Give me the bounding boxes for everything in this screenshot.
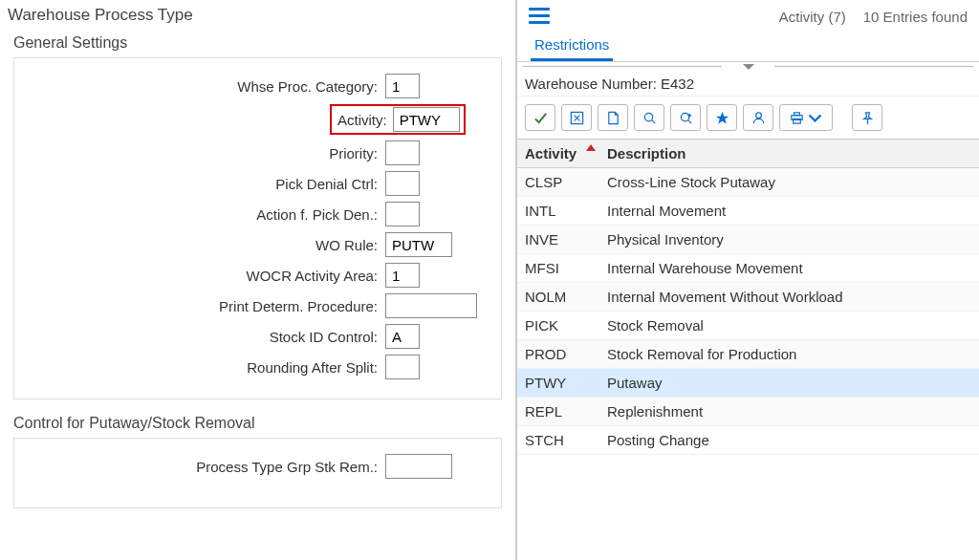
- value-help-panel: Activity (7) 10 Entries found Restrictio…: [516, 0, 979, 560]
- find-next-button[interactable]: [670, 104, 701, 131]
- cell-activity-code: STCH: [525, 432, 607, 448]
- cell-description: Stock Removal for Production: [607, 346, 971, 362]
- warehouse-number-label: Warehouse Number:: [525, 75, 657, 92]
- table-row[interactable]: REPLReplenishment: [517, 398, 979, 426]
- favorites-button[interactable]: [707, 104, 737, 131]
- table-row[interactable]: STCHPosting Change: [517, 426, 979, 455]
- svg-marker-9: [715, 111, 728, 123]
- cell-description: Posting Change: [607, 432, 971, 448]
- cell-activity-code: INTL: [525, 203, 607, 219]
- column-header-activity[interactable]: Activity: [525, 145, 607, 162]
- cell-description: Internal Movement Without Workload: [607, 289, 971, 305]
- table-row[interactable]: PICKStock Removal: [517, 312, 979, 340]
- value-help-table-header: Activity Description: [517, 139, 979, 168]
- tab-restrictions[interactable]: Restrictions: [531, 31, 613, 61]
- warehouse-number-value: E432: [661, 75, 694, 92]
- process-type-grp-input[interactable]: [385, 454, 452, 479]
- wo-rule-input[interactable]: [385, 232, 452, 257]
- rounding-after-split-input[interactable]: [385, 355, 420, 379]
- table-row[interactable]: INVEPhysical Inventory: [517, 226, 979, 254]
- wocr-activity-area-input[interactable]: [385, 263, 420, 288]
- cell-activity-code: NOLM: [525, 289, 607, 305]
- general-settings-box: Whse Proc. Category: Activity: Priority:…: [13, 57, 502, 399]
- stock-id-control-label: Stock ID Control:: [22, 329, 385, 345]
- personal-values-button[interactable]: [743, 104, 773, 131]
- value-help-toolbar: [517, 97, 979, 139]
- print-dropdown-button[interactable]: [779, 104, 833, 131]
- table-row[interactable]: MFSIInternal Warehouse Movement: [517, 254, 979, 283]
- priority-input[interactable]: [385, 140, 420, 165]
- wo-rule-label: WO Rule:: [22, 237, 385, 253]
- cancel-button[interactable]: [561, 104, 592, 131]
- print-determ-procedure-label: Print Determ. Procedure:: [22, 298, 385, 314]
- value-help-table-body: CLSPCross-Line Stock PutawayINTLInternal…: [517, 168, 979, 560]
- control-putaway-title: Control for Putaway/Stock Removal: [0, 409, 515, 434]
- action-pick-den-label: Action f. Pick Den.:: [22, 206, 385, 223]
- action-pick-den-input[interactable]: [385, 202, 420, 226]
- cell-activity-code: REPL: [525, 403, 607, 420]
- whse-category-label: Whse Proc. Category:: [22, 78, 385, 95]
- svg-point-3: [644, 113, 652, 120]
- svg-line-4: [651, 119, 654, 122]
- table-row[interactable]: PTWYPutaway: [517, 369, 979, 398]
- control-putaway-box: Process Type Grp Stk Rem.:: [13, 438, 502, 508]
- cell-description: Stock Removal: [607, 317, 971, 334]
- new-page-button[interactable]: [598, 104, 628, 131]
- cell-description: Cross-Line Stock Putaway: [607, 174, 971, 190]
- warehouse-number-line: Warehouse Number: E432: [517, 72, 979, 97]
- svg-point-5: [681, 113, 688, 120]
- chevron-down-icon: [743, 64, 754, 70]
- table-row[interactable]: CLSPCross-Line Stock Putaway: [517, 168, 979, 197]
- pick-denial-ctrl-label: Pick Denial Ctrl:: [22, 176, 385, 192]
- general-settings-title: General Settings: [0, 29, 515, 54]
- table-row[interactable]: PRODStock Removal for Production: [517, 340, 979, 369]
- cell-activity-code: PICK: [525, 317, 607, 334]
- menu-icon[interactable]: [529, 8, 550, 25]
- rounding-after-split-label: Rounding After Split:: [22, 359, 385, 376]
- stock-id-control-input[interactable]: [385, 324, 420, 349]
- left-panel: Warehouse Process Type General Settings …: [0, 0, 516, 560]
- table-row[interactable]: NOLMInternal Movement Without Workload: [517, 283, 979, 312]
- sort-asc-icon: [586, 144, 596, 151]
- activity-label: Activity:: [337, 112, 393, 128]
- ok-button[interactable]: [525, 104, 555, 131]
- cell-activity-code: INVE: [525, 231, 607, 248]
- activity-input[interactable]: [393, 107, 460, 132]
- find-button[interactable]: [634, 104, 664, 131]
- collapse-bar[interactable]: [517, 62, 979, 72]
- print-determ-procedure-input[interactable]: [385, 293, 477, 318]
- wocr-activity-area-label: WOCR Activity Area:: [22, 268, 385, 284]
- cell-description: Putaway: [607, 375, 971, 391]
- section-title-warehouse-process-type: Warehouse Process Type: [0, 0, 515, 29]
- pin-button[interactable]: [852, 104, 882, 131]
- cell-description: Replenishment: [607, 403, 971, 420]
- process-type-grp-label: Process Type Grp Stk Rem.:: [22, 459, 385, 475]
- cell-activity-code: PTWY: [525, 375, 607, 391]
- activity-field-highlight: Activity:: [330, 104, 466, 135]
- svg-point-10: [755, 112, 761, 118]
- whse-category-input[interactable]: [385, 74, 420, 98]
- popup-entries-found: 10 Entries found: [863, 9, 968, 25]
- column-header-description[interactable]: Description: [607, 145, 971, 162]
- popup-title-activity: Activity (7): [779, 9, 846, 25]
- cell-description: Internal Movement: [607, 203, 971, 219]
- table-row[interactable]: INTLInternal Movement: [517, 197, 979, 226]
- priority-label: Priority:: [22, 145, 385, 162]
- cell-activity-code: PROD: [525, 346, 607, 362]
- pick-denial-ctrl-input[interactable]: [385, 171, 420, 196]
- svg-line-6: [687, 119, 690, 122]
- cell-activity-code: MFSI: [525, 260, 607, 276]
- svg-rect-13: [794, 112, 800, 115]
- cell-description: Physical Inventory: [607, 231, 971, 248]
- cell-activity-code: CLSP: [525, 174, 607, 190]
- cell-description: Internal Warehouse Movement: [607, 260, 971, 276]
